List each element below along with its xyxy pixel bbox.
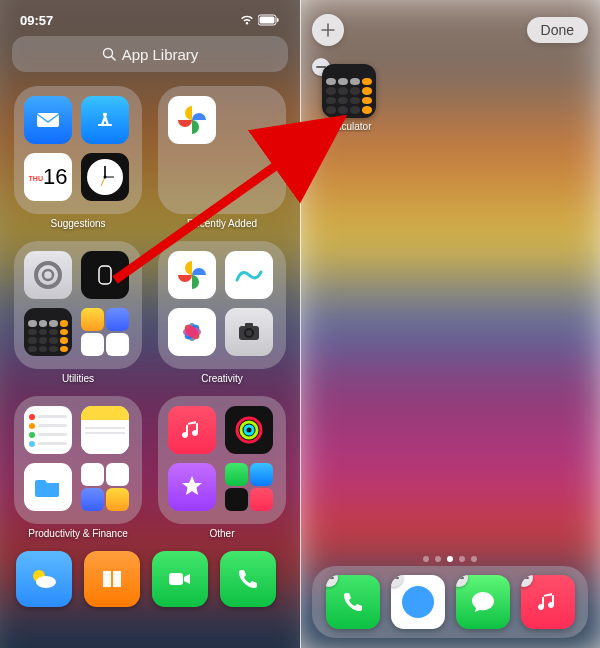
page-dot[interactable] — [423, 556, 429, 562]
weather-app[interactable] — [16, 551, 72, 607]
dock-phone[interactable] — [326, 575, 380, 629]
search-icon — [102, 47, 116, 61]
group-label: Other — [156, 528, 288, 539]
group-utilities[interactable]: Utilities — [12, 241, 144, 384]
group-label: Creativity — [156, 373, 288, 384]
calculator-app-icon[interactable] — [322, 64, 376, 118]
status-bar: 09:57 — [12, 10, 288, 30]
shortcuts-tiny-icon — [81, 488, 104, 511]
home-app-calculator[interactable]: Calculator — [318, 64, 380, 132]
svg-point-31 — [36, 576, 56, 588]
googlephotos-icon[interactable] — [168, 96, 216, 144]
nested-folder[interactable] — [225, 463, 273, 511]
group-other[interactable]: Other — [156, 396, 288, 539]
svg-point-37 — [402, 586, 434, 618]
camera-icon[interactable] — [225, 308, 273, 356]
settings-icon[interactable] — [24, 251, 72, 299]
music-tiny-icon — [250, 488, 273, 511]
group-recently-added[interactable]: Recently Added — [156, 86, 288, 229]
svg-point-25 — [246, 330, 252, 336]
search-placeholder: App Library — [122, 46, 199, 63]
minus-icon — [326, 577, 334, 579]
mail-icon[interactable] — [24, 96, 72, 144]
svg-point-29 — [245, 426, 253, 434]
freeform-tiny-icon — [106, 333, 129, 356]
svg-rect-5 — [37, 113, 59, 127]
books-app[interactable] — [84, 551, 140, 607]
page-dot[interactable] — [435, 556, 441, 562]
wifi-icon — [240, 14, 254, 26]
svg-point-11 — [104, 176, 107, 179]
group-creativity[interactable]: Creativity — [156, 241, 288, 384]
group-label: Utilities — [12, 373, 144, 384]
svg-rect-1 — [260, 17, 275, 24]
svg-line-4 — [111, 57, 115, 61]
remove-badge[interactable] — [326, 575, 338, 587]
svg-point-13 — [43, 270, 53, 280]
svg-rect-26 — [245, 323, 253, 327]
photos-icon[interactable] — [168, 308, 216, 356]
group-productivity-&-finance[interactable]: Productivity & Finance — [12, 396, 144, 539]
appletv-tiny-icon — [225, 488, 248, 511]
svg-point-6 — [104, 124, 106, 126]
fitness-icon[interactable] — [225, 406, 273, 454]
phone-app[interactable] — [220, 551, 276, 607]
facetime-tiny-icon — [225, 463, 248, 486]
nested-folder[interactable] — [81, 463, 129, 511]
dock-messages[interactable] — [456, 575, 510, 629]
add-widget-button[interactable] — [312, 14, 344, 46]
group-suggestions[interactable]: THU16Suggestions — [12, 86, 144, 229]
calc-icon[interactable] — [24, 308, 72, 356]
remove-badge[interactable] — [456, 575, 468, 587]
group-label: Suggestions — [12, 218, 144, 229]
svg-rect-38 — [456, 577, 464, 579]
starapp-icon[interactable] — [168, 463, 216, 511]
tips-tiny-icon — [81, 308, 104, 331]
svg-rect-34 — [326, 577, 334, 579]
done-button[interactable]: Done — [527, 17, 588, 43]
page-indicator[interactable] — [300, 556, 600, 562]
tips-tiny-icon — [106, 488, 129, 511]
dock-music[interactable] — [521, 575, 575, 629]
group-label: Recently Added — [156, 218, 288, 229]
music-icon[interactable] — [168, 406, 216, 454]
reminders-icon[interactable] — [24, 406, 72, 454]
googlephotos-icon[interactable] — [168, 251, 216, 299]
freeform-tiny-icon — [81, 463, 104, 486]
minus-icon — [456, 577, 464, 579]
minus-icon — [521, 577, 529, 579]
svg-rect-39 — [521, 577, 529, 579]
svg-rect-2 — [277, 18, 279, 22]
calendar-icon[interactable]: THU16 — [24, 153, 72, 201]
watch-icon[interactable] — [81, 251, 129, 299]
page-dot[interactable] — [447, 556, 453, 562]
svg-point-28 — [241, 422, 257, 438]
svg-rect-32 — [169, 573, 183, 585]
page-dot[interactable] — [471, 556, 477, 562]
dock — [312, 566, 588, 638]
plus-icon — [320, 22, 336, 38]
svg-rect-35 — [391, 577, 399, 579]
minus-icon — [391, 577, 399, 579]
appstore-tiny-icon — [250, 463, 273, 486]
calendar-tiny-icon — [106, 463, 129, 486]
status-icons — [240, 14, 280, 26]
app-library-search[interactable]: App Library — [12, 36, 288, 72]
dock-safari[interactable] — [391, 575, 445, 629]
facetime-app[interactable] — [152, 551, 208, 607]
freeform-icon[interactable] — [225, 251, 273, 299]
svg-point-12 — [36, 263, 60, 287]
files-icon[interactable] — [24, 463, 72, 511]
group-label: Productivity & Finance — [12, 528, 144, 539]
appstore-icon[interactable] — [81, 96, 129, 144]
status-time: 09:57 — [20, 13, 53, 28]
remove-badge[interactable] — [521, 575, 533, 587]
calendar-tiny-icon — [81, 333, 104, 356]
notes-icon[interactable] — [81, 406, 129, 454]
app-label: Calculator — [318, 121, 380, 132]
nested-folder[interactable] — [81, 308, 129, 356]
svg-rect-14 — [99, 266, 111, 284]
page-dot[interactable] — [459, 556, 465, 562]
shortcuts-tiny-icon — [106, 308, 129, 331]
clock-icon[interactable] — [81, 153, 129, 201]
